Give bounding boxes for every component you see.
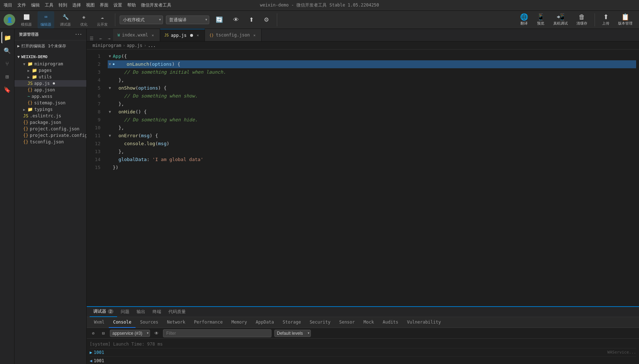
fold-11[interactable]: ▼ (108, 132, 113, 140)
fold-1[interactable]: ▼ (108, 52, 113, 60)
cloud-btn[interactable]: ⬆ (245, 14, 257, 25)
menu-interface[interactable]: 界面 (100, 2, 108, 8)
clearcache-btn[interactable]: 🗑 清缓存 (574, 13, 590, 27)
user-avatar[interactable]: 👤 (4, 14, 15, 26)
fold-8[interactable]: ▼ (108, 108, 113, 116)
sidebar-item-packagejson[interactable]: {} package.json (14, 119, 86, 126)
sidebar-collapse-btn[interactable]: ☰ (87, 36, 97, 41)
bottom-tab-output[interactable]: 输出 (133, 307, 149, 317)
console-clear-btn[interactable]: ⊘ (90, 330, 97, 337)
tab-index-wxml[interactable]: W index.wxml ✕ (113, 29, 160, 41)
console-output[interactable]: [system] Launch Time: 978 ms ▶ 1001 WASe… (87, 339, 639, 364)
editor-btn[interactable]: ⌨ 编辑器 (38, 11, 54, 29)
console-eye-btn[interactable]: 👁 (153, 330, 160, 337)
sidebar-item-tsconfig[interactable]: {} tsconfig.json (14, 139, 86, 145)
breadcrumb-part-1[interactable]: miniprogram (93, 43, 121, 48)
optimize-btn[interactable]: ◈ 优化 (77, 11, 91, 29)
upload-btn[interactable]: ⬆ 上传 (599, 13, 612, 27)
preview-eye-btn[interactable]: 👁 (230, 15, 243, 25)
bottom-tab-debugger[interactable]: 调试器 2 (90, 307, 117, 317)
fold-5[interactable]: ▼ (108, 84, 113, 92)
menu-view[interactable]: 视图 (86, 2, 95, 8)
menu-settings[interactable]: 设置 (113, 2, 122, 8)
devtools-tab-storage[interactable]: Storage (278, 317, 305, 328)
service-select[interactable]: appservice (#3) (110, 330, 150, 337)
devtools-tab-sensor[interactable]: Sensor (335, 317, 359, 328)
bookmark-icon[interactable]: 🔖 (1, 84, 13, 95)
menu-select[interactable]: 选择 (72, 2, 81, 8)
sidebar-item-appwxss[interactable]: ~ app.wxss (14, 93, 86, 100)
code-lines[interactable]: ▼ App({ ▼ ● ····onLaunch(options) { // D… (105, 52, 639, 303)
translate-btn[interactable]: 🌐 翻译 (517, 13, 531, 27)
sidebar-item-typings[interactable]: ▶ 📁 typings (14, 106, 86, 113)
sidebar-item-appjson[interactable]: {} app.json (14, 87, 86, 93)
settings-gear-btn[interactable]: ⚙ (260, 14, 273, 25)
bottom-tab-quality[interactable]: 代码质量 (165, 307, 189, 317)
sidebar-item-projectconfig[interactable]: {} project.config.json (14, 126, 86, 132)
menu-wechat[interactable]: 微信开发者工具 (141, 2, 171, 8)
nav-forward-btn[interactable]: → (105, 36, 113, 41)
tab-close-appjs[interactable]: ✕ (195, 33, 200, 38)
devtools-tab-wxml[interactable]: Wxml (90, 317, 109, 328)
sidebar-item-eslintrc[interactable]: JS .eslintrc.js (14, 113, 86, 119)
compile-select-wrap[interactable]: 普通编译 (166, 16, 209, 24)
sidebar-item-utils[interactable]: ▶ 📁 utils (14, 74, 86, 80)
preview-label: 预览 (537, 21, 544, 26)
bottom-tab-terminal[interactable]: 终端 (149, 307, 165, 317)
menu-file[interactable]: 文件 (17, 2, 26, 8)
fold-2[interactable]: ▼ (108, 60, 113, 68)
code-editor[interactable]: 1 2 3 4 5 6 7 8 9 10 11 12 13 14 15 (87, 49, 639, 306)
devtools-tab-performance[interactable]: Performance (190, 317, 227, 328)
sidebar-item-pages[interactable]: ▶ 📁 pages (14, 67, 86, 74)
sidebar-item-sitemapjson[interactable]: {} sitemap.json (14, 100, 86, 106)
preview-btn[interactable]: 📱 预览 (534, 13, 548, 27)
menu-edit[interactable]: 编辑 (31, 2, 40, 8)
yundev-btn[interactable]: ☁ 云开发 (94, 11, 111, 29)
project-name[interactable]: ▼ WEIXIN-DEMO (14, 53, 86, 61)
menu-tools[interactable]: 工具 (45, 2, 53, 8)
sidebar-item-projectprivate[interactable]: {} project.private.config.js... (14, 132, 86, 139)
sidebar-item-miniprogram[interactable]: ▼ 📁 miniprogram (14, 61, 86, 67)
devtools-tab-security[interactable]: Security (305, 317, 335, 328)
devtools-tab-memory[interactable]: Memory (227, 317, 251, 328)
tab-close-tsconfig[interactable]: ✕ (252, 32, 257, 38)
tab-close-index-wxml[interactable]: ✕ (150, 32, 155, 38)
breadcrumb-part-3[interactable]: ... (148, 43, 156, 48)
menu-goto[interactable]: 转到 (59, 2, 67, 8)
compile-select[interactable]: 普通编译 (166, 16, 209, 24)
devtools-tab-console[interactable]: Console (109, 317, 136, 328)
sidebar-more-icon[interactable]: ··· (75, 32, 82, 37)
refresh-btn[interactable]: 🔄 (212, 14, 227, 25)
menu-bar[interactable]: 项目 文件 编辑 工具 转到 选择 视图 界面 设置 帮助 微信开发者工具 (4, 2, 171, 8)
console-filter-toggle-btn[interactable]: ⊟ (100, 330, 107, 337)
devtools-tab-appdata[interactable]: AppData (251, 317, 278, 328)
service-select-wrap[interactable]: appservice (#3) ▼ (110, 330, 150, 337)
bottom-tab-issues[interactable]: 问题 (117, 307, 133, 317)
realtest-btn[interactable]: 📲 真机调试 (550, 13, 571, 27)
devtools-tab-network[interactable]: Network (163, 317, 190, 328)
tab-appjs[interactable]: JS app.js ✕ (160, 29, 205, 41)
explorer-icon[interactable]: 📁 (1, 32, 13, 43)
devtools-tab-audits[interactable]: Audits (378, 317, 403, 328)
levels-select-wrap[interactable]: Default levels ▼ (274, 330, 311, 337)
menu-project[interactable]: 项目 (4, 2, 12, 8)
devtools-tab-sources[interactable]: Sources (136, 317, 163, 328)
version-btn[interactable]: 📋 版本管理 (615, 13, 635, 27)
levels-select[interactable]: Default levels (274, 330, 311, 337)
devtools-tab-mock[interactable]: Mock (359, 317, 378, 328)
devtools-tab-vulnerability[interactable]: Vulnerability (403, 317, 445, 328)
menu-help[interactable]: 帮助 (127, 2, 136, 8)
mode-select[interactable]: 小程序模式 (120, 16, 163, 24)
extension-icon[interactable]: ⊞ (1, 71, 13, 82)
simulate-btn[interactable]: ⬜ 模拟器 (18, 11, 35, 29)
git-icon[interactable]: ⑂ (1, 58, 13, 69)
console-filter-input[interactable] (163, 329, 271, 337)
mode-select-wrap[interactable]: 小程序模式 (120, 16, 163, 24)
open-editors-title[interactable]: ▶ 打开的编辑器 1个未保存 (14, 42, 86, 50)
sidebar-item-appjs[interactable]: JS app.js (14, 80, 86, 87)
breadcrumb-part-2[interactable]: app.js (127, 43, 142, 48)
search-activity-icon[interactable]: 🔍 (1, 45, 13, 56)
tab-tsconfig[interactable]: {} tsconfig.json ✕ (205, 29, 262, 41)
nav-back-btn[interactable]: ← (97, 36, 105, 41)
debug-btn[interactable]: 🔧 调试器 (57, 11, 74, 29)
